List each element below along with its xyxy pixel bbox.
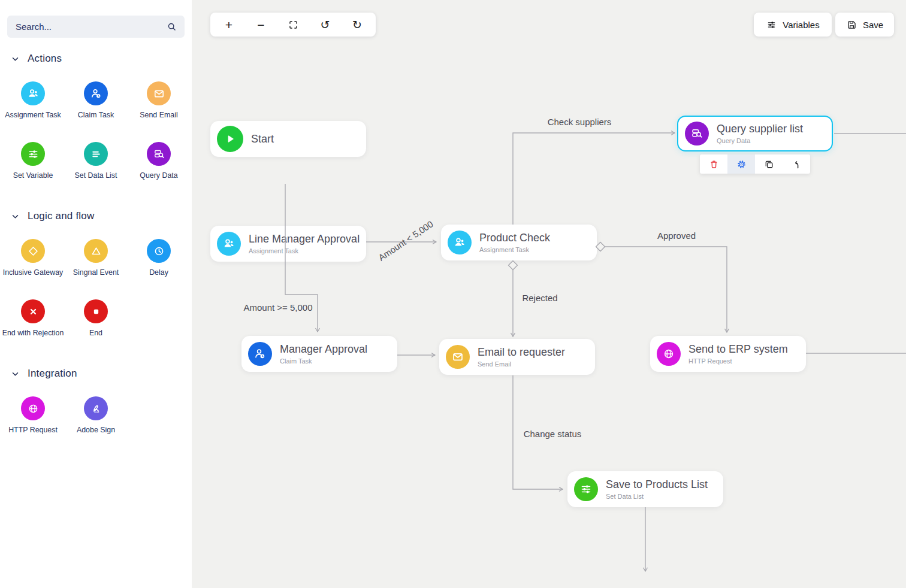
- palette-item-label: Send Email: [140, 111, 177, 119]
- palette-item-label: End: [89, 329, 102, 337]
- palette-item-label: End with Rejection: [2, 329, 64, 337]
- palette-item-set-data-list[interactable]: Set Data List: [63, 142, 129, 180]
- split-node-button[interactable]: [783, 154, 810, 174]
- palette-item-http-request[interactable]: HTTP Request: [0, 396, 66, 434]
- palette-item-delay[interactable]: Delay: [126, 239, 192, 277]
- section-header-actions[interactable]: Actions: [10, 51, 62, 66]
- node-title: Save to Products List: [606, 478, 708, 491]
- node-subtitle: Assignment Task: [479, 245, 550, 254]
- variables-button-label: Variables: [783, 20, 819, 30]
- undo-button[interactable]: ↺: [314, 13, 337, 36]
- node-palette-sidebar: Actions Assignment Task Claim Task Send …: [0, 0, 192, 588]
- palette-item-claim-task[interactable]: Claim Task: [63, 81, 129, 119]
- edge-label-change-status: Change status: [524, 429, 582, 439]
- node-start[interactable]: Start: [210, 121, 366, 157]
- stop-icon: [84, 299, 108, 323]
- palette-item-label: Set Data List: [75, 171, 117, 180]
- edge-label-amount-gte: Amount >= 5,000: [243, 302, 312, 313]
- redo-button[interactable]: ↻: [346, 13, 369, 36]
- section-title: Actions: [28, 53, 62, 65]
- minus-icon: −: [257, 19, 264, 31]
- undo-icon: ↺: [321, 19, 330, 31]
- palette-item-label: Adobe Sign: [77, 426, 115, 434]
- x-icon: [21, 299, 45, 323]
- palette-item-label: Singnal Event: [73, 268, 119, 277]
- save-button-label: Save: [863, 20, 883, 30]
- palette-item-end[interactable]: End: [63, 299, 129, 337]
- people-icon: [217, 232, 241, 256]
- node-query-supplier-list[interactable]: Query supplier list Query Data: [677, 116, 833, 151]
- triangle-icon: [84, 239, 108, 263]
- adobe-sign-icon: [84, 396, 108, 420]
- search-input[interactable]: [14, 21, 166, 32]
- node-subtitle: Assignment Task: [249, 247, 360, 255]
- palette-item-signal-event[interactable]: Singnal Event: [63, 239, 129, 277]
- sliders-icon: [574, 477, 598, 501]
- palette-item-adobe-sign[interactable]: Adobe Sign: [63, 396, 129, 434]
- node-settings-button[interactable]: [727, 154, 755, 174]
- diamond-icon: [21, 239, 45, 263]
- globe-icon: [21, 396, 45, 420]
- node-title: Product Check: [479, 232, 550, 244]
- node-save-to-products-list[interactable]: Save to Products List Set Data List: [567, 471, 723, 507]
- duplicate-node-button[interactable]: [755, 154, 783, 174]
- mail-icon: [446, 345, 470, 369]
- node-subtitle: Set Data List: [606, 492, 708, 501]
- palette-item-query-data[interactable]: Query Data: [126, 142, 192, 180]
- chevron-down-icon: [10, 53, 21, 65]
- node-title: Email to requester: [478, 346, 565, 359]
- zoom-in-button[interactable]: +: [218, 13, 240, 36]
- node-product-check[interactable]: Product Check Assignment Task: [441, 225, 597, 260]
- section-header-integration[interactable]: Integration: [10, 366, 77, 381]
- palette-item-label: Inclusive Gateway: [3, 268, 64, 277]
- palette-item-label: Claim Task: [78, 111, 114, 119]
- clock-icon: [147, 239, 171, 263]
- node-manager-approval[interactable]: Manager Approval Claim Task: [241, 336, 397, 372]
- gateway-handle[interactable]: [596, 243, 605, 251]
- edge-label-rejected: Rejected: [522, 293, 557, 303]
- edge-label-approved: Approved: [657, 231, 696, 241]
- search-icon: [166, 21, 177, 32]
- sliders-icon: [21, 142, 45, 166]
- section-header-logic-and-flow[interactable]: Logic and flow: [10, 209, 94, 223]
- node-title: Start: [251, 133, 274, 146]
- edge-product-check-to-query-supplier[interactable]: [513, 133, 675, 225]
- person-clock-icon: [84, 81, 108, 105]
- zoom-out-button[interactable]: −: [250, 13, 273, 36]
- save-button[interactable]: Save: [835, 13, 894, 37]
- palette-item-send-email[interactable]: Send Email: [126, 81, 192, 119]
- palette-item-assignment-task[interactable]: Assignment Task: [0, 81, 66, 119]
- section-title: Integration: [28, 368, 77, 380]
- node-send-to-erp[interactable]: Send to ERP system HTTP Request: [650, 336, 806, 372]
- node-email-to-requester[interactable]: Email to requester Send Email: [439, 339, 595, 375]
- palette-item-inclusive-gateway[interactable]: Inclusive Gateway: [0, 239, 66, 277]
- node-title: Manager Approval: [280, 343, 367, 356]
- chevron-down-icon: [10, 368, 21, 380]
- node-title: Line Manager Approval: [249, 233, 360, 245]
- variables-button[interactable]: Variables: [754, 13, 832, 37]
- palette-item-end-with-rejection[interactable]: End with Rejection: [0, 299, 66, 337]
- fit-view-button[interactable]: [282, 13, 304, 36]
- node-line-manager-approval[interactable]: Line Manager Approval Assignment Task: [210, 226, 366, 262]
- node-subtitle: Query Data: [717, 137, 803, 145]
- palette-item-label: Query Data: [140, 171, 177, 180]
- person-clock-icon: [248, 342, 272, 366]
- palette-item-set-variable[interactable]: Set Variable: [0, 142, 66, 180]
- node-subtitle: HTTP Request: [688, 357, 788, 365]
- gateway-handle[interactable]: [509, 261, 518, 270]
- chevron-down-icon: [10, 211, 21, 222]
- edge-label-amount-lt: Amount < 5,000: [376, 219, 435, 263]
- globe-icon: [657, 342, 681, 366]
- palette-item-label: HTTP Request: [8, 426, 58, 434]
- delete-node-button[interactable]: [700, 154, 727, 174]
- fit-view-icon: [288, 19, 299, 31]
- redo-icon: ↻: [352, 19, 362, 31]
- mail-icon: [147, 81, 171, 105]
- section-title: Logic and flow: [28, 210, 94, 222]
- query-data-icon: [685, 122, 709, 146]
- edge-approved[interactable]: [605, 247, 727, 332]
- palette-item-label: Delay: [149, 268, 168, 277]
- palette-item-label: Assignment Task: [5, 111, 61, 119]
- node-subtitle: Send Email: [478, 360, 565, 368]
- node-subtitle: Claim Task: [280, 357, 367, 365]
